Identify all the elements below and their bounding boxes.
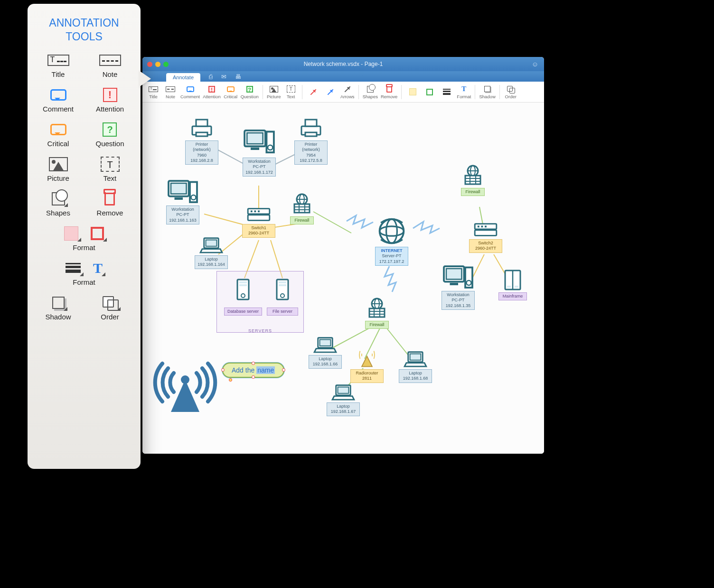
node-laptop-3[interactable]: Laptop192.168.1.68 bbox=[399, 349, 432, 383]
c-tool-critical[interactable]: Critical bbox=[47, 121, 69, 148]
switch-icon bbox=[473, 220, 498, 238]
tool-remove[interactable]: Remove bbox=[380, 84, 398, 100]
node-workstation-1[interactable]: WorkstationPC-PT192.168.1.172 bbox=[242, 126, 276, 177]
node-radiorouter[interactable]: Radiorouter2811 bbox=[350, 349, 384, 383]
annotation-bubble-selected[interactable]: Add the name bbox=[222, 363, 284, 378]
node-laptop-4[interactable]: Laptop192.168.1.67 bbox=[327, 383, 360, 416]
workstation-icon bbox=[166, 178, 199, 205]
svg-line-8 bbox=[313, 212, 351, 233]
laptop-icon bbox=[313, 335, 338, 354]
laptop-icon bbox=[199, 235, 224, 254]
server-icon bbox=[270, 273, 295, 307]
node-printer-2[interactable]: Printer(network)7954192.172.5.8 bbox=[294, 117, 328, 165]
c-tool-format-2[interactable]: T Format bbox=[66, 260, 103, 286]
radio-icon bbox=[355, 349, 379, 368]
globe-icon bbox=[376, 216, 407, 246]
tool-arrow-blue[interactable] bbox=[322, 87, 338, 97]
c-tool-title[interactable]: Title bbox=[47, 52, 69, 78]
workstation-icon bbox=[442, 264, 475, 290]
tool-comment[interactable]: Comment bbox=[179, 84, 201, 100]
annotate-toolbar: Title Note Comment !Attention Critical ?… bbox=[142, 82, 544, 103]
diagram-canvas[interactable]: Printer(network)7960192.168.2.8 Workstat… bbox=[142, 103, 544, 454]
tool-arrow-red[interactable] bbox=[305, 87, 321, 97]
workstation-icon bbox=[242, 126, 276, 157]
printer-icon bbox=[299, 117, 323, 140]
switch-icon bbox=[246, 205, 271, 223]
firewall-icon bbox=[365, 297, 389, 320]
server-icon bbox=[231, 273, 255, 307]
tool-shapes[interactable]: Shapes bbox=[362, 84, 379, 100]
callout-heading: ANNOTATIONTOOLS bbox=[34, 16, 134, 44]
node-printer-1[interactable]: Printer(network)7960192.168.2.8 bbox=[185, 117, 218, 165]
titlebar: Network scheme.vsdx - Page-1 ☺︎ bbox=[142, 57, 544, 71]
tool-arrow-black[interactable]: Arrows bbox=[339, 84, 356, 100]
node-file-server[interactable]: File server bbox=[267, 273, 298, 316]
tool-picture[interactable]: Picture bbox=[266, 84, 282, 100]
share-icon[interactable]: ✉︎ bbox=[221, 73, 226, 82]
c-tool-attention[interactable]: !Attention bbox=[96, 87, 124, 113]
format-fill[interactable] bbox=[404, 87, 421, 97]
annotation-tools-callout: ANNOTATIONTOOLS Title Note Comment !Atte… bbox=[28, 4, 141, 469]
node-workstation-2[interactable]: WorkstationPC-PT192.168.1.163 bbox=[166, 178, 199, 224]
node-firewall-2[interactable]: Firewall bbox=[460, 164, 485, 196]
firewall-icon bbox=[290, 193, 314, 215]
node-laptop-2[interactable]: Laptop192.168.1.66 bbox=[309, 335, 342, 369]
tool-order[interactable]: Order bbox=[503, 84, 519, 100]
format-stroke[interactable] bbox=[422, 87, 438, 97]
node-mainframe[interactable]: Mainframe bbox=[498, 269, 527, 300]
wifi-annotation-icon[interactable] bbox=[152, 349, 218, 418]
node-firewall-3[interactable]: Firewall bbox=[365, 297, 389, 329]
node-laptop-1[interactable]: Laptop192.168.1.164 bbox=[195, 235, 228, 269]
c-tool-comment[interactable]: Comment bbox=[43, 87, 74, 113]
printer-icon bbox=[189, 117, 214, 140]
firewall-icon bbox=[460, 164, 485, 187]
svg-line-3 bbox=[204, 214, 244, 225]
format-textstyle[interactable]: TFormat bbox=[456, 84, 472, 100]
mode-tabbar: Annotate ⎙ ✉︎ 🖶 bbox=[142, 71, 544, 82]
laptop-icon bbox=[403, 349, 428, 368]
c-tool-order[interactable]: Order bbox=[101, 295, 119, 321]
c-tool-shapes[interactable]: Shapes bbox=[46, 191, 70, 217]
tab-annotate[interactable]: Annotate bbox=[166, 73, 200, 82]
node-switch-2[interactable]: Switch22960-24TT bbox=[469, 220, 502, 253]
c-tool-picture[interactable]: Picture bbox=[47, 156, 69, 182]
tool-text[interactable]: TText bbox=[283, 84, 299, 100]
print-icon[interactable]: 🖶 bbox=[235, 73, 241, 82]
node-firewall-1[interactable]: Firewall bbox=[290, 193, 314, 224]
tool-attention[interactable]: !Attention bbox=[202, 84, 222, 100]
tool-critical[interactable]: Critical bbox=[223, 84, 239, 100]
c-tool-text[interactable]: TText bbox=[101, 156, 120, 182]
c-tool-remove[interactable]: Remove bbox=[97, 191, 123, 217]
c-tool-note[interactable]: Note bbox=[99, 52, 121, 78]
app-window: Network scheme.vsdx - Page-1 ☺︎ Annotate… bbox=[142, 57, 544, 454]
node-switch-1[interactable]: Switch12960-24TT bbox=[242, 205, 275, 238]
tool-shadow[interactable]: Shadow bbox=[478, 84, 496, 100]
node-database-server[interactable]: Database server bbox=[224, 273, 262, 316]
tool-question[interactable]: ?Question bbox=[240, 84, 260, 100]
node-internet[interactable]: INTERNETServer-PT172.17.197.2 bbox=[375, 216, 408, 266]
c-tool-shadow[interactable]: Shadow bbox=[45, 295, 71, 321]
export-pdf-icon[interactable]: ⎙ bbox=[209, 73, 213, 82]
node-workstation-3[interactable]: WorkstationPC-PT192.168.1.35 bbox=[442, 264, 475, 310]
c-tool-question[interactable]: ?Question bbox=[95, 121, 124, 148]
window-title: Network scheme.vsdx - Page-1 bbox=[142, 61, 544, 67]
format-lineweight[interactable] bbox=[439, 87, 455, 97]
laptop-icon bbox=[331, 383, 356, 401]
c-tool-format-1[interactable]: Format bbox=[64, 225, 104, 252]
mainframe-icon bbox=[500, 269, 525, 291]
tool-note[interactable]: Note bbox=[162, 84, 178, 100]
